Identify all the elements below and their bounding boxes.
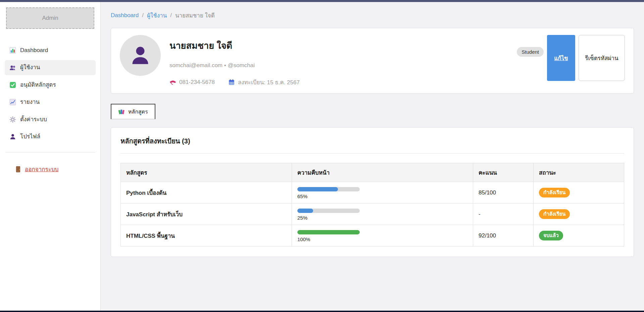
registered-date: ลงทะเบียน: 15 ธ.ค. 2567 — [238, 78, 300, 87]
person-icon — [129, 44, 151, 66]
breadcrumb-link-users[interactable]: ผู้ใช้งาน — [147, 11, 167, 20]
sidebar-item-โปรไฟล์[interactable]: โปรไฟล์ — [5, 129, 96, 144]
courses-table: หลักสูตร ความคืบหน้า คะแนน สถานะ Python … — [120, 163, 624, 247]
progress-bar — [297, 230, 360, 234]
door-icon — [15, 166, 21, 173]
sidebar-item-label: อนุมัติหลักสูตร — [20, 82, 56, 88]
person-icon — [9, 133, 16, 140]
profile-meta: 081-234-5678 ลงทะเบียน: 15 ธ.ค. 2567 — [169, 78, 300, 87]
header-score: คะแนน — [473, 163, 534, 182]
progress-label: 65% — [297, 193, 467, 199]
course-status-cell: จบแล้ว — [534, 225, 624, 247]
breadcrumb-link-dashboard[interactable]: Dashboard — [111, 12, 139, 19]
course-score: 85/100 — [473, 182, 534, 204]
progress-bar-fill — [297, 187, 338, 191]
table-header-row: หลักสูตร ความคืบหน้า คะแนน สถานะ — [121, 163, 624, 182]
brand-box: Admin — [6, 7, 94, 29]
window-bottom-edge — [0, 311, 644, 312]
users-icon — [9, 64, 16, 71]
course-name: Python เบื้องต้น — [121, 182, 292, 204]
calendar-icon — [228, 79, 235, 86]
gear-icon — [9, 116, 16, 123]
avatar — [120, 35, 161, 76]
logout-link[interactable]: ออกจากระบบ — [15, 165, 58, 174]
progress-bar — [297, 187, 360, 191]
app-layout: Admin Dashboardผู้ใช้งานอนุมัติหลักสูตรร… — [0, 2, 644, 311]
chart-up-icon — [9, 99, 16, 105]
sidebar-item-อนุมัติหลักสูตร[interactable]: อนุมัติหลักสูตร — [5, 78, 96, 92]
header-status: สถานะ — [534, 163, 624, 182]
profile-actions: Student แก้ไข รีเซ็ตรหัสผ่าน — [517, 35, 625, 81]
course-progress-cell: 65% — [292, 182, 473, 204]
status-badge: กำลังเรียน — [539, 209, 570, 219]
progress-label: 100% — [297, 236, 467, 242]
courses-table-body: Python เบื้องต้น65%85/100กำลังเรียนJavaS… — [121, 182, 624, 247]
reset-password-button[interactable]: รีเซ็ตรหัสผ่าน — [579, 35, 625, 81]
table-row: HTML/CSS พื้นฐาน100%92/100จบแล้ว — [121, 225, 624, 247]
phone-item: 081-234-5678 — [169, 79, 215, 86]
course-progress-cell: 25% — [292, 204, 473, 225]
courses-card: หลักสูตรที่ลงทะเบียน (3) หลักสูตร ความคื… — [111, 127, 634, 257]
course-name: JavaScript สำหรับเว็บ — [121, 204, 292, 225]
bar-chart-icon — [9, 47, 16, 54]
progress-bar-fill — [297, 209, 313, 213]
courses-divider — [120, 153, 624, 153]
profile-name: นายสมชาย ใจดี — [169, 38, 300, 53]
courses-card-title: หลักสูตรที่ลงทะเบียน (3) — [120, 136, 624, 146]
header-course: หลักสูตร — [121, 163, 292, 182]
progress-bar-fill — [297, 230, 360, 234]
sidebar-item-label: Dashboard — [20, 47, 48, 54]
phone-icon — [169, 79, 176, 86]
phone-number: 081-234-5678 — [179, 79, 215, 86]
role-badge: Student — [517, 47, 544, 57]
sidebar-item-ตั้งค่าระบบ[interactable]: ตั้งค่าระบบ — [5, 112, 96, 127]
tab-courses[interactable]: หลักสูตร — [111, 104, 155, 119]
registered-item: ลงทะเบียน: 15 ธ.ค. 2567 — [228, 78, 300, 87]
sidebar-item-label: รายงาน — [20, 99, 40, 105]
brand-label: Admin — [42, 15, 58, 21]
course-score: 92/100 — [473, 225, 534, 247]
check-icon — [9, 82, 16, 88]
course-score: - — [473, 204, 534, 225]
tab-courses-label: หลักสูตร — [128, 107, 148, 116]
sidebar-item-dashboard[interactable]: Dashboard — [5, 43, 96, 58]
sidebar-item-label: ผู้ใช้งาน — [20, 64, 40, 71]
profile-info: นายสมชาย ใจดี somchai@email.com • @somch… — [169, 35, 300, 87]
sidebar-item-label: โปรไฟล์ — [20, 133, 40, 140]
breadcrumb-current: นายสมชาย ใจดี — [175, 11, 215, 20]
breadcrumb: Dashboard / ผู้ใช้งาน / นายสมชาย ใจดี — [111, 11, 634, 20]
profile-email: somchai@email.com • @somchai — [169, 62, 300, 69]
course-progress-cell: 100% — [292, 225, 473, 247]
sidebar: Admin Dashboardผู้ใช้งานอนุมัติหลักสูตรร… — [0, 2, 101, 311]
progress-label: 25% — [297, 215, 467, 221]
table-row: Python เบื้องต้น65%85/100กำลังเรียน — [121, 182, 624, 204]
tab-bar: หลักสูตร — [111, 104, 634, 119]
course-status-cell: กำลังเรียน — [534, 204, 624, 225]
sidebar-divider — [5, 152, 95, 152]
logout-label: ออกจากระบบ — [25, 165, 58, 174]
sidebar-item-label: ตั้งค่าระบบ — [20, 116, 47, 123]
course-status-cell: กำลังเรียน — [534, 182, 624, 204]
status-badge: กำลังเรียน — [539, 188, 570, 197]
main-content: Dashboard / ผู้ใช้งาน / นายสมชาย ใจดี นา… — [101, 2, 644, 311]
table-row: JavaScript สำหรับเว็บ25%-กำลังเรียน — [121, 204, 624, 225]
progress-bar — [297, 209, 360, 213]
profile-card: นายสมชาย ใจดี somchai@email.com • @somch… — [111, 28, 634, 94]
breadcrumb-separator: / — [142, 12, 144, 19]
status-badge: จบแล้ว — [539, 231, 563, 240]
course-name: HTML/CSS พื้นฐาน — [121, 225, 292, 247]
edit-button[interactable]: แก้ไข — [547, 35, 575, 81]
sidebar-item-ผู้ใช้งาน[interactable]: ผู้ใช้งาน — [5, 60, 96, 75]
sidebar-nav: Dashboardผู้ใช้งานอนุมัติหลักสูตรรายงานต… — [0, 43, 100, 144]
breadcrumb-separator: / — [170, 12, 172, 19]
sidebar-item-รายงาน[interactable]: รายงาน — [5, 95, 96, 109]
header-progress: ความคืบหน้า — [292, 163, 473, 182]
books-icon — [118, 108, 125, 115]
